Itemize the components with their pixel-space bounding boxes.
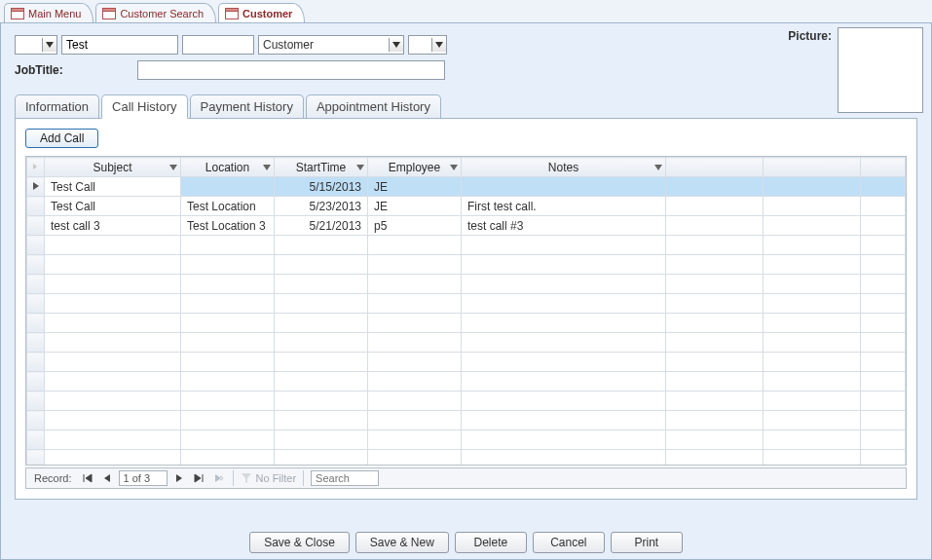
- jobtitle-input[interactable]: [137, 60, 445, 80]
- cell-extra[interactable]: [764, 177, 861, 197]
- cell-extra[interactable]: [666, 197, 764, 216]
- cell-starttime: [275, 392, 368, 411]
- table-row[interactable]: [27, 392, 906, 411]
- cell-notes[interactable]: [462, 177, 666, 197]
- cell-notes[interactable]: test call #3: [462, 216, 666, 236]
- call-history-page: Add Call Subject Location StartTime: [15, 118, 917, 500]
- last-name-value: Customer: [263, 38, 385, 52]
- row-selector[interactable]: [27, 177, 45, 197]
- jobtitle-row: JobTitle:: [15, 60, 917, 80]
- cell-extra: [861, 294, 906, 314]
- col-extra-3[interactable]: [861, 158, 906, 177]
- cell-subject[interactable]: Test Call: [45, 197, 181, 216]
- table-row[interactable]: [27, 255, 906, 275]
- funnel-icon: [241, 472, 252, 484]
- nav-new-button[interactable]: [210, 470, 226, 486]
- last-name-combo[interactable]: Customer: [258, 35, 404, 55]
- table-row[interactable]: [27, 275, 906, 294]
- prefix-combo[interactable]: [15, 35, 57, 55]
- tab-appointment-history[interactable]: Appointment History: [306, 94, 441, 119]
- row-selector: [27, 372, 45, 392]
- cell-extra[interactable]: [861, 177, 906, 197]
- cell-subject[interactable]: test call 3: [45, 216, 181, 236]
- cell-location[interactable]: Test Location 3: [181, 216, 275, 236]
- table-row[interactable]: [27, 353, 906, 372]
- col-extra-1[interactable]: [666, 158, 764, 177]
- cell-location[interactable]: [181, 177, 275, 197]
- cell-extra[interactable]: [666, 216, 764, 236]
- first-name-input[interactable]: [61, 35, 178, 55]
- table-row[interactable]: test call 3Test Location 35/21/2013p5tes…: [27, 216, 906, 236]
- add-call-button[interactable]: Add Call: [25, 129, 98, 148]
- cell-starttime: [275, 294, 368, 314]
- table-row[interactable]: Test Call5/15/2013JE: [27, 177, 906, 197]
- cell-employee[interactable]: JE: [368, 197, 462, 216]
- cell-location: [181, 372, 275, 392]
- table-row[interactable]: Test CallTest Location5/23/2013JEFirst t…: [27, 197, 906, 216]
- nav-next-button[interactable]: [171, 470, 187, 486]
- col-subject[interactable]: Subject: [45, 158, 181, 177]
- cancel-button[interactable]: Cancel: [533, 532, 605, 553]
- table-row[interactable]: [27, 372, 906, 392]
- cell-employee[interactable]: p5: [368, 216, 462, 236]
- cell-extra: [666, 333, 764, 353]
- table-row[interactable]: [27, 333, 906, 353]
- col-employee[interactable]: Employee: [368, 158, 462, 177]
- tab-call-history[interactable]: Call History: [101, 94, 187, 119]
- save-close-button[interactable]: Save & Close: [249, 532, 350, 553]
- row-selector-header[interactable]: [27, 158, 45, 177]
- table-row[interactable]: [27, 314, 906, 333]
- row-selector[interactable]: [27, 216, 45, 236]
- col-starttime[interactable]: StartTime: [275, 158, 368, 177]
- nav-first-button[interactable]: [80, 470, 95, 486]
- table-row[interactable]: [27, 411, 906, 430]
- tab-information[interactable]: Information: [15, 94, 99, 119]
- cell-extra[interactable]: [861, 216, 906, 236]
- nav-last-button[interactable]: [191, 470, 206, 486]
- cell-starttime: [275, 255, 368, 275]
- cell-notes: [462, 333, 666, 353]
- cell-starttime[interactable]: 5/15/2013: [275, 177, 368, 197]
- nav-prev-button[interactable]: [99, 470, 115, 486]
- suffix-combo[interactable]: [408, 35, 447, 55]
- print-button[interactable]: Print: [611, 532, 683, 553]
- picture-label: Picture:: [788, 27, 832, 43]
- cell-subject: [45, 236, 181, 255]
- row-selector[interactable]: [27, 197, 45, 216]
- cell-extra[interactable]: [861, 197, 906, 216]
- cell-starttime[interactable]: 5/21/2013: [275, 216, 368, 236]
- tab-payment-history[interactable]: Payment History: [190, 94, 304, 119]
- cell-extra[interactable]: [764, 216, 861, 236]
- search-input[interactable]: [311, 470, 379, 486]
- cell-starttime[interactable]: 5/23/2013: [275, 197, 368, 216]
- dropdown-icon[interactable]: [431, 38, 446, 52]
- delete-button[interactable]: Delete: [455, 532, 527, 553]
- cell-extra[interactable]: [764, 197, 861, 216]
- doc-tab-main-menu[interactable]: Main Menu: [4, 3, 93, 22]
- cell-notes[interactable]: First test call.: [462, 197, 666, 216]
- dropdown-icon[interactable]: [42, 38, 56, 52]
- filter-indicator[interactable]: No Filter: [241, 472, 297, 484]
- col-extra-2[interactable]: [764, 158, 861, 177]
- cell-subject[interactable]: Test Call: [45, 177, 181, 197]
- form-icon: [102, 8, 116, 19]
- cell-extra: [666, 314, 764, 333]
- record-position[interactable]: 1 of 3: [119, 470, 168, 486]
- table-row[interactable]: [27, 430, 906, 450]
- table-row[interactable]: [27, 294, 906, 314]
- cell-subject: [45, 294, 181, 314]
- col-location[interactable]: Location: [181, 158, 275, 177]
- dropdown-icon[interactable]: [389, 38, 403, 52]
- doc-tab-customer[interactable]: Customer: [218, 3, 305, 22]
- col-notes[interactable]: Notes: [462, 158, 666, 177]
- cell-location[interactable]: Test Location: [181, 197, 275, 216]
- table-row[interactable]: [27, 450, 906, 467]
- table-row[interactable]: [27, 236, 906, 255]
- doc-tab-customer-search[interactable]: Customer Search: [95, 3, 216, 22]
- picture-frame[interactable]: [838, 27, 923, 113]
- cell-extra[interactable]: [666, 177, 764, 197]
- cell-employee[interactable]: JE: [368, 177, 462, 197]
- cell-extra: [764, 430, 861, 450]
- middle-name-input[interactable]: [182, 35, 254, 55]
- save-new-button[interactable]: Save & New: [355, 532, 449, 553]
